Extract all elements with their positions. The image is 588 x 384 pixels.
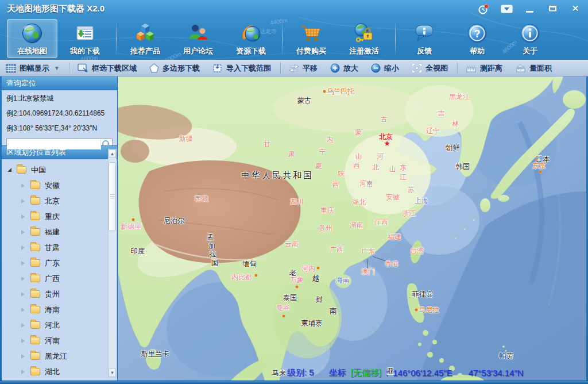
tree-item-北京[interactable]: 北京 [2, 193, 117, 209]
tool-full-extent[interactable]: 全视图 [412, 63, 448, 74]
tree-item-广东[interactable]: 广东 [2, 255, 117, 271]
city-dot-icon [539, 171, 542, 174]
tool-zoom-in[interactable]: 放大 [330, 63, 358, 74]
tree-item-湖北[interactable]: 湖北 [2, 364, 117, 379]
tree-collapsed-arrow-icon[interactable] [21, 370, 25, 374]
tool-import-download-range[interactable]: 导入下载范围 [212, 63, 271, 74]
close-button[interactable]: ✕ [568, 2, 582, 15]
folder-icon [30, 290, 40, 298]
tree-item-label: 河南 [45, 336, 60, 346]
tree-collapsed-arrow-icon[interactable] [21, 277, 25, 281]
tool-pan[interactable]: 平移 [289, 63, 318, 74]
tool-label: 框选下载区域 [92, 63, 137, 74]
tool-box-select-download[interactable]: 框选下载区域 [78, 63, 137, 74]
map-label: 浙江 [402, 209, 416, 218]
toolbar-recommended-products-button[interactable]: 推荐产品 [120, 19, 171, 58]
map-label: 朝鲜 [446, 143, 460, 153]
folder-icon [30, 197, 40, 205]
tree-item-广西[interactable]: 广西 [2, 271, 117, 286]
tool-measure-distance[interactable]: 测距离 [466, 63, 502, 74]
map-label: 宁 [319, 147, 326, 157]
tree-item-甘肃[interactable]: 甘肃 [2, 240, 117, 255]
map-label: 古 [381, 114, 388, 124]
tree-collapsed-arrow-icon[interactable] [21, 230, 25, 235]
map-label: 黑龙江 [449, 92, 470, 102]
toolbar-feedback-button[interactable]: 反馈 [399, 19, 450, 58]
scrollbar-thumb[interactable] [109, 162, 116, 231]
tree-collapsed-arrow-icon[interactable] [21, 214, 25, 219]
tree-item-中国[interactable]: 中国 [2, 162, 117, 178]
map-viewport[interactable]: 蒙古乌兰巴托黑龙江吉林辽宁新疆甘肃内蒙古宁夏陕西山西河北山东江苏河南安徽上海湖北… [118, 76, 586, 381]
toolbar-register-activate-button[interactable]: 注册激活 [339, 19, 389, 58]
scroll-up-button[interactable]: ▲ [109, 149, 116, 158]
tree-item-海南[interactable]: 海南 [2, 302, 117, 317]
map-label: 东 [400, 163, 407, 172]
tree-item-安徽[interactable]: 安徽 [2, 178, 117, 193]
tool-polygon-download[interactable]: 多边形下载 [149, 63, 200, 74]
minimize-button[interactable] [523, 2, 536, 15]
toolbar-help-button[interactable]: ? 帮助 [452, 19, 502, 58]
map-label: 马来 [272, 368, 287, 378]
tree-item-河北[interactable]: 河北 [2, 317, 117, 333]
tool-map-sheet-display[interactable]: 图幅显示 ▼ [6, 63, 60, 74]
tree-item-重庆[interactable]: 重庆 [2, 209, 117, 224]
tree-collapsed-arrow-icon[interactable] [21, 199, 25, 203]
main-toolbar: 在线地图 我的下载 推荐产品 用户论坛 资源下载 [0, 17, 588, 60]
tool-label: 导入下载范围 [226, 63, 271, 74]
map-label: 江西 [374, 218, 388, 228]
map-label: 泰国 [283, 293, 297, 303]
toolbar-online-map-button[interactable]: 在线地图 [7, 19, 57, 58]
city-dot-icon [255, 274, 258, 277]
tool-label: 放大 [343, 63, 358, 74]
info-icon [519, 21, 541, 45]
help-icon: ? [466, 21, 489, 45]
city-dot-icon [296, 286, 299, 289]
tree-collapsed-arrow-icon[interactable] [21, 183, 25, 188]
tree-item-label: 贵州 [45, 289, 60, 299]
tree-item-贵州[interactable]: 贵州 [2, 286, 117, 302]
tree-collapsed-arrow-icon[interactable] [21, 323, 25, 328]
maximize-button[interactable] [546, 2, 559, 15]
tree-collapsed-arrow-icon[interactable] [21, 292, 25, 297]
map-label: 蒙 [355, 128, 362, 137]
chevron-down-icon[interactable]: ▼ [54, 65, 60, 71]
tree-collapsed-arrow-icon[interactable] [21, 354, 25, 359]
folder-icon [30, 321, 40, 329]
tool-label: 平移 [303, 63, 318, 74]
toolbar-resource-download-button[interactable]: 资源下载 [226, 19, 276, 58]
tree-collapsed-arrow-icon[interactable] [21, 339, 25, 343]
region-panel-title: 区域划分位置列表 [6, 147, 66, 158]
map-label: 甘 [264, 139, 270, 149]
titlebar[interactable]: 天地图地形图下载器 X2.0 ✕ [0, 0, 588, 17]
toolbar-my-downloads-button[interactable]: 我的下载 [60, 19, 110, 58]
map-label: 蒙古 [297, 96, 312, 106]
folder-icon [30, 306, 40, 313]
tool-zoom-out[interactable]: 缩小 [371, 63, 399, 74]
toolbar-button-label: 帮助 [470, 46, 485, 56]
tree-collapsed-arrow-icon[interactable] [21, 261, 25, 266]
tree-collapsed-arrow-icon[interactable] [21, 308, 25, 312]
tree-scrollbar[interactable]: ▲ ▼ [108, 149, 117, 378]
tree-item-黑龙江[interactable]: 黑龙江 [2, 348, 117, 364]
toolbar-paid-purchase-button[interactable]: 付费购买 [286, 19, 336, 58]
zoom-in-icon [330, 63, 340, 73]
toolbar-button-label: 资源下载 [236, 46, 266, 56]
folder-icon [30, 368, 40, 375]
toolbar-user-forum-button[interactable]: 用户论坛 [173, 19, 223, 58]
toolbar-about-button[interactable]: 关于 [505, 19, 555, 58]
tree-item-福建[interactable]: 福建 [2, 224, 117, 240]
map-label: 肃 [288, 149, 295, 159]
tree-expanded-arrow-icon[interactable] [7, 168, 11, 172]
folder-icon [30, 244, 40, 251]
tree-collapsed-arrow-icon[interactable] [21, 245, 25, 250]
toolbar-button-label: 在线地图 [17, 46, 47, 56]
scroll-down-button[interactable]: ▼ [109, 368, 116, 377]
toolbar-separator [116, 22, 117, 55]
map-label: 越 [312, 274, 320, 283]
notification-icon[interactable] [477, 2, 490, 15]
map-label: 河南 [359, 179, 373, 189]
tool-measure-area[interactable]: 量面积 [515, 63, 552, 74]
minimize-to-tray-button[interactable] [500, 2, 513, 15]
tree-item-河南[interactable]: 河南 [2, 333, 117, 348]
map-label: 印度 [131, 247, 145, 256]
